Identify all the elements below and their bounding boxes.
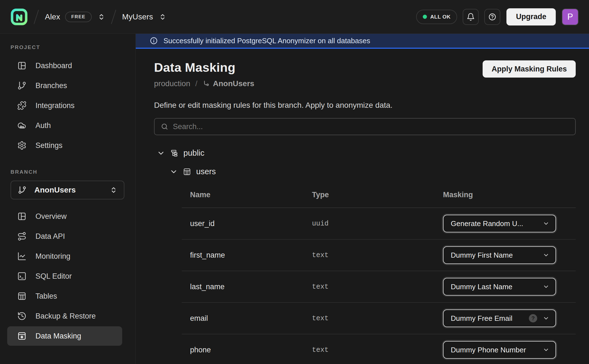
notifications-button[interactable] bbox=[463, 9, 479, 25]
org-name[interactable]: Alex bbox=[45, 12, 60, 21]
org-switcher-chevrons-icon[interactable] bbox=[98, 13, 105, 20]
column-name: last_name bbox=[182, 283, 312, 291]
table-row: user_id uuid Generate Random U... bbox=[182, 208, 576, 240]
column-name: email bbox=[182, 314, 312, 323]
table-row: phone text Dummy Phone Number bbox=[182, 334, 576, 364]
branch-selector[interactable]: AnonUsers bbox=[11, 181, 124, 199]
bell-icon bbox=[467, 13, 475, 21]
sidebar-item-tables[interactable]: Tables bbox=[7, 286, 122, 306]
plan-badge: FREE bbox=[65, 12, 91, 22]
banner-message: Successfully initialized PostgreSQL Anon… bbox=[163, 37, 370, 45]
table-row: last_name text Dummy Last Name bbox=[182, 271, 576, 303]
sidebar-item-auth[interactable]: Auth bbox=[7, 116, 122, 135]
sidebar-item-label: Branches bbox=[35, 81, 67, 90]
chevron-down-icon[interactable] bbox=[170, 168, 178, 176]
tree-node-schema[interactable]: public bbox=[154, 148, 576, 158]
column-type: uuid bbox=[312, 220, 443, 228]
sidebar-item-label: Overview bbox=[35, 212, 67, 221]
column-header-masking: Masking bbox=[443, 191, 576, 199]
masking-rule-select[interactable]: Dummy Last Name bbox=[443, 278, 556, 296]
masking-rule-select[interactable]: Dummy Phone Number bbox=[443, 341, 556, 359]
masking-rule-select[interactable]: Generate Random U... bbox=[443, 215, 556, 232]
chevron-down-icon bbox=[543, 220, 549, 227]
help-icon bbox=[488, 13, 496, 21]
apply-masking-rules-button[interactable]: Apply Masking Rules bbox=[483, 60, 576, 78]
masking-rule-value: Generate Random U... bbox=[451, 219, 543, 228]
sidebar-item-label: Backup & Restore bbox=[35, 312, 96, 321]
breadcrumb-separator: / bbox=[195, 79, 198, 88]
masking-rule-value: Dummy Phone Number bbox=[451, 346, 543, 354]
sidebar-item-sql-editor[interactable]: SQL Editor bbox=[7, 266, 122, 286]
schema-name: public bbox=[183, 148, 204, 158]
help-badge-icon[interactable]: ? bbox=[529, 314, 537, 322]
terminal-icon bbox=[17, 271, 27, 281]
sidebar-item-settings[interactable]: Settings bbox=[7, 136, 122, 155]
sidebar-item-data-api[interactable]: Data API bbox=[7, 227, 122, 246]
column-name: first_name bbox=[182, 251, 312, 260]
sidebar-item-monitoring[interactable]: Monitoring bbox=[7, 247, 122, 266]
main-content: Successfully initialized PostgreSQL Anon… bbox=[136, 34, 589, 364]
line-chart-icon bbox=[17, 252, 27, 261]
neon-logo-icon[interactable] bbox=[11, 8, 28, 25]
success-banner: Successfully initialized PostgreSQL Anon… bbox=[136, 34, 589, 49]
help-button[interactable] bbox=[484, 9, 500, 25]
sidebar-item-label: Data Masking bbox=[35, 332, 81, 340]
app-window: Alex FREE MyUsers ALL OK Upgrade P bbox=[0, 0, 589, 364]
project-switcher-chevrons-icon[interactable] bbox=[159, 13, 166, 20]
status-pill-label: ALL OK bbox=[430, 14, 450, 20]
overview-icon bbox=[17, 212, 27, 221]
search-icon bbox=[161, 123, 168, 130]
column-type: text bbox=[312, 251, 443, 259]
table-name: users bbox=[196, 167, 216, 176]
sidebar: PROJECT Dashboard Branches Integrations … bbox=[0, 34, 136, 364]
sidebar-item-label: Data API bbox=[35, 232, 65, 241]
chevron-down-icon bbox=[543, 252, 549, 258]
data-masking-icon bbox=[17, 331, 27, 341]
sidebar-item-label: Auth bbox=[35, 121, 51, 130]
sidebar-item-data-masking[interactable]: Data Masking bbox=[7, 326, 122, 346]
table-icon bbox=[183, 168, 191, 176]
sidebar-item-label: Integrations bbox=[35, 101, 75, 110]
history-icon bbox=[17, 311, 27, 321]
sidebar-section-project: PROJECT bbox=[11, 44, 135, 50]
sidebar-section-branch: BRANCH bbox=[11, 169, 135, 175]
route-icon bbox=[17, 232, 27, 241]
chevron-down-icon[interactable] bbox=[157, 149, 165, 157]
page-description: Define or edit masking rules for this br… bbox=[154, 101, 576, 110]
sidebar-item-backup-restore[interactable]: Backup & Restore bbox=[7, 306, 122, 326]
column-type: text bbox=[312, 283, 443, 291]
page-title: Data Masking bbox=[154, 60, 254, 75]
breadcrumb-current-branch[interactable]: AnonUsers bbox=[213, 79, 254, 88]
sidebar-item-label: Tables bbox=[35, 292, 57, 301]
search-input[interactable] bbox=[173, 122, 569, 131]
tree-node-table[interactable]: users bbox=[154, 167, 576, 176]
status-ok-dot-icon bbox=[423, 15, 427, 19]
masking-rule-value: Dummy Last Name bbox=[451, 283, 543, 291]
column-type: text bbox=[312, 314, 443, 322]
masking-rule-value: Dummy First Name bbox=[451, 251, 543, 260]
upgrade-button[interactable]: Upgrade bbox=[506, 8, 556, 25]
table-row: first_name text Dummy First Name bbox=[182, 240, 576, 271]
chevron-down-icon bbox=[543, 347, 549, 353]
masking-rule-value: Dummy Free Email bbox=[451, 314, 529, 323]
status-pill[interactable]: ALL OK bbox=[416, 10, 457, 24]
breadcrumb-slash-icon bbox=[34, 10, 39, 24]
search-box[interactable] bbox=[154, 118, 576, 135]
schema-icon bbox=[170, 149, 178, 157]
sidebar-item-overview[interactable]: Overview bbox=[7, 207, 122, 226]
project-name[interactable]: MyUsers bbox=[122, 12, 153, 21]
sidebar-item-label: Settings bbox=[35, 141, 63, 150]
column-name: user_id bbox=[182, 219, 312, 228]
columns-table: Name Type Masking user_id uuid Generate … bbox=[182, 183, 576, 364]
avatar[interactable]: P bbox=[562, 9, 578, 25]
sidebar-item-branches[interactable]: Branches bbox=[7, 76, 122, 95]
breadcrumb-parent-branch[interactable]: production bbox=[154, 79, 190, 88]
table-icon bbox=[17, 291, 27, 301]
masking-rule-select[interactable]: Dummy Free Email ? bbox=[443, 309, 556, 327]
cloud-key-icon bbox=[17, 121, 27, 130]
table-row: email text Dummy Free Email ? bbox=[182, 303, 576, 334]
masking-rule-select[interactable]: Dummy First Name bbox=[443, 246, 556, 264]
sidebar-item-integrations[interactable]: Integrations bbox=[7, 96, 122, 115]
sidebar-item-dashboard[interactable]: Dashboard bbox=[7, 56, 122, 75]
schema-tree: public users bbox=[154, 148, 576, 176]
